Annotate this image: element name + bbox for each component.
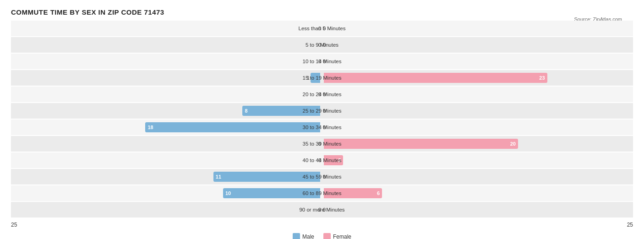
bar-female: 2: [324, 155, 343, 165]
bar-male: 18: [145, 122, 320, 132]
male-value: 1: [300, 75, 310, 81]
axis-left: 25: [11, 222, 322, 228]
left-section: 0: [11, 202, 322, 217]
chart-row: 0 Less than 5 Minutes 0: [11, 21, 633, 36]
left-section: 10: [11, 185, 322, 201]
male-value: 0: [312, 158, 321, 163]
axis-right: 25: [322, 222, 633, 228]
female-value: 0: [323, 125, 332, 130]
left-section: 0: [11, 21, 322, 36]
chart-row: 0 10 to 14 Minutes 0: [11, 54, 633, 69]
left-section: 0: [11, 54, 322, 69]
female-value: 0: [323, 26, 332, 31]
left-section: 1: [11, 70, 322, 86]
male-value: 0: [312, 26, 321, 31]
right-section: 0: [322, 202, 633, 217]
chart-row: 0 5 to 9 Minutes 0: [11, 37, 633, 53]
female-value: 0: [323, 59, 332, 64]
left-section: 18: [11, 120, 322, 135]
legend-male: Male: [293, 233, 314, 239]
right-section: 20: [322, 136, 633, 152]
right-section: 2: [322, 152, 633, 168]
bar-female: 6: [324, 188, 382, 198]
male-value: 0: [312, 141, 321, 147]
axis-row: 25 25: [11, 220, 633, 229]
right-section: 0: [322, 169, 633, 185]
left-section: 0: [11, 87, 322, 102]
right-section: 0: [322, 37, 633, 53]
legend-female-label: Female: [333, 234, 351, 239]
chart-row: 0 90 or more Minutes 0: [11, 202, 633, 217]
right-section: 6: [322, 185, 633, 201]
left-section: 0: [11, 37, 322, 53]
bar-male: 10: [223, 188, 320, 198]
left-section: 11: [11, 169, 322, 185]
right-section: 0: [322, 103, 633, 119]
chart-row: 0 35 to 39 Minutes 20: [11, 136, 633, 152]
male-value: 0: [312, 207, 321, 212]
female-value-inside: 20: [510, 141, 516, 147]
male-value: 0: [312, 42, 321, 48]
male-value: 0: [312, 59, 321, 64]
male-value-inside: 10: [225, 190, 231, 196]
female-value: 0: [323, 174, 332, 179]
female-value: 0: [323, 108, 332, 114]
female-value: 0: [323, 42, 332, 48]
male-value-inside: 18: [147, 125, 153, 130]
legend-female: Female: [323, 233, 351, 239]
bar-male: 11: [213, 172, 320, 182]
bar-male: 1: [311, 73, 320, 83]
chart-row: 10 60 to 89 Minutes 6: [11, 185, 633, 201]
chart-area: 0 Less than 5 Minutes 0 0 5 to 9 Minutes…: [11, 21, 633, 239]
chart-row: 0 20 to 24 Minutes 0: [11, 87, 633, 102]
male-value-inside: 8: [245, 108, 247, 114]
chart-row: 18 30 to 34 Minutes 0: [11, 120, 633, 135]
chart-row: 11 45 to 59 Minutes 0: [11, 169, 633, 185]
female-value: 0: [323, 92, 332, 97]
right-section: 0: [322, 87, 633, 102]
male-value: 0: [312, 92, 321, 97]
female-value-inside: 2: [338, 158, 341, 163]
legend-male-box: [293, 233, 300, 239]
left-section: 8: [11, 103, 322, 119]
legend: Male Female: [11, 233, 633, 239]
female-value-inside: 6: [377, 190, 380, 196]
right-section: 0: [322, 120, 633, 135]
male-value-inside: 11: [216, 174, 221, 179]
chart-row: 1 15 to 19 Minutes 23: [11, 70, 633, 86]
chart-row: 8 25 to 29 Minutes 0: [11, 103, 633, 119]
female-value: 0: [323, 207, 332, 212]
bar-female: 23: [324, 73, 547, 83]
right-section: 23: [322, 70, 633, 86]
legend-male-label: Male: [302, 234, 314, 239]
female-value-inside: 23: [539, 75, 545, 81]
right-section: 0: [322, 54, 633, 69]
chart-row: 0 40 to 44 Minutes 2: [11, 152, 633, 168]
chart-title: COMMUTE TIME BY SEX IN ZIP CODE 71473: [11, 8, 633, 16]
bar-female: 20: [324, 139, 518, 149]
left-section: 0: [11, 136, 322, 152]
legend-female-box: [323, 233, 331, 239]
left-section: 0: [11, 152, 322, 168]
right-section: 0: [322, 21, 633, 36]
bar-male: 8: [242, 106, 320, 116]
